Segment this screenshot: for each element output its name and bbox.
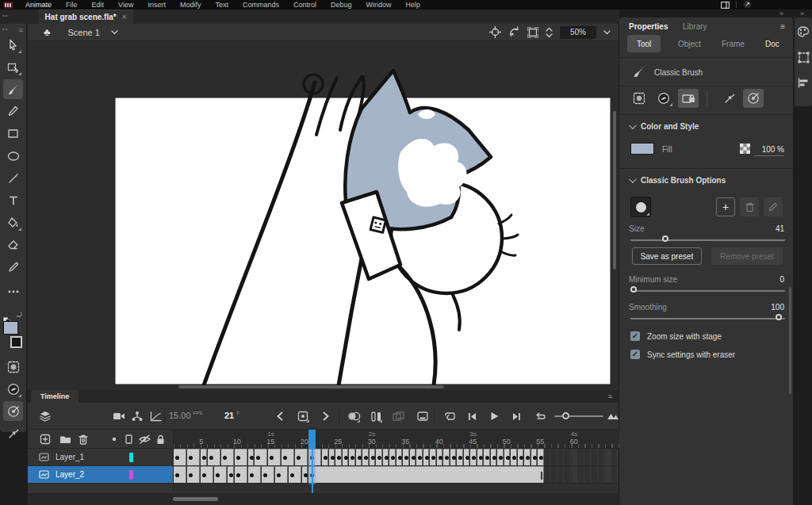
minimum-size-slider-handle[interactable] — [630, 286, 637, 293]
edit-multiple-frames-icon[interactable] — [390, 408, 406, 424]
transform-panel-icon[interactable] — [795, 49, 811, 65]
hide-layers-toggle[interactable] — [137, 432, 151, 446]
keyframe-span[interactable] — [430, 449, 436, 465]
keyframe-span[interactable] — [255, 449, 267, 465]
empty-frame-cell[interactable] — [612, 449, 619, 465]
delete-layer-button[interactable] — [76, 432, 90, 446]
minimum-size-value[interactable]: 0 — [779, 275, 784, 284]
toolbar-menu-icon[interactable]: ≡ — [19, 26, 23, 34]
keyframe-span[interactable] — [443, 449, 450, 465]
subtab-tool[interactable]: Tool — [627, 35, 661, 52]
keyframe-span[interactable] — [343, 449, 349, 465]
empty-frame-cell[interactable] — [578, 449, 584, 465]
stage-horizontal-scrollbar[interactable] — [178, 385, 444, 388]
rotate-view-icon[interactable] — [508, 26, 520, 38]
object-drawing-mode-button[interactable] — [629, 89, 649, 108]
menu-modify[interactable]: Modify — [173, 1, 209, 9]
keyframe-span[interactable] — [376, 449, 382, 465]
step-forward-icon[interactable] — [508, 408, 524, 424]
menu-control[interactable]: Control — [286, 1, 324, 9]
zoom-dropdown-chevron-icon[interactable] — [603, 30, 611, 35]
empty-frame-cell[interactable] — [578, 466, 584, 483]
stage-canvas[interactable] — [28, 41, 619, 390]
keyframe-span[interactable] — [504, 449, 511, 465]
timeline-zoom-handle[interactable] — [562, 412, 569, 419]
brush-mode-button[interactable] — [653, 89, 674, 108]
default-colors-icon[interactable] — [3, 312, 10, 319]
empty-frame-cell[interactable] — [558, 449, 565, 465]
zoom-stepper-icon[interactable] — [546, 27, 553, 38]
menu-edit[interactable]: Edit — [85, 1, 112, 9]
reset-timeline-zoom-icon[interactable] — [532, 408, 548, 424]
frame-ruler[interactable]: 1s2s3s4s51015202530354045505560 — [174, 430, 619, 449]
keyframe-span[interactable] — [396, 449, 403, 465]
playhead-marker[interactable] — [308, 430, 316, 449]
pencil-tool[interactable] — [3, 101, 23, 121]
swap-colors-icon[interactable]: ⤾ — [17, 312, 22, 319]
edit-brush-button[interactable] — [764, 197, 783, 216]
keyframe-span[interactable] — [214, 466, 227, 483]
size-slider[interactable] — [630, 239, 785, 241]
empty-frame-cell[interactable] — [545, 449, 551, 465]
keyframe-span[interactable] — [221, 449, 234, 465]
zoom-level-input[interactable]: 50% — [560, 26, 596, 39]
line-tool[interactable] — [3, 168, 23, 188]
menu-commands[interactable]: Commands — [236, 1, 286, 9]
smoothing-slider[interactable] — [630, 318, 785, 319]
fill-color-swatch[interactable] — [630, 143, 654, 155]
stage-vertical-scrollbar[interactable] — [613, 111, 616, 270]
scene-chevron-down-icon[interactable] — [111, 30, 118, 35]
keyframe-span[interactable] — [322, 449, 328, 465]
timeline-zoom-slider[interactable] — [554, 415, 603, 417]
keyframe-span[interactable] — [484, 449, 490, 465]
use-pressure-button[interactable] — [719, 89, 740, 108]
keyframe-span[interactable] — [531, 449, 538, 465]
keyframe-span[interactable] — [201, 466, 213, 483]
keyframe-span[interactable] — [349, 449, 355, 465]
new-layer-button[interactable] — [38, 432, 52, 446]
layers-panel-icon[interactable] — [37, 408, 53, 424]
keyframe-span[interactable] — [174, 449, 186, 465]
empty-frame-cell[interactable] — [565, 466, 571, 483]
empty-frame-cell[interactable] — [572, 466, 578, 483]
keyframe-span[interactable] — [470, 449, 477, 465]
empty-frame-cell[interactable] — [545, 466, 551, 483]
smoothing-value[interactable]: 100 — [771, 303, 784, 312]
keyframe-span[interactable] — [282, 449, 294, 465]
next-keyframe-icon[interactable] — [318, 408, 334, 424]
keyframe-span[interactable] — [389, 449, 396, 465]
step-back-icon[interactable] — [464, 408, 480, 424]
brush-tool[interactable] — [3, 79, 23, 99]
empty-frame-cell[interactable] — [585, 466, 592, 483]
keyframe-span[interactable] — [497, 449, 504, 465]
object-drawing-mode-button[interactable] — [3, 357, 23, 377]
menu-help[interactable]: Help — [399, 1, 428, 9]
swatches-panel-icon[interactable] — [795, 24, 811, 40]
keyframe-span[interactable] — [416, 449, 423, 465]
keyframe-span[interactable] — [174, 466, 186, 483]
brush-mode-button[interactable] — [3, 379, 23, 399]
keyframe-span[interactable] — [524, 449, 530, 465]
lock-layers-toggle[interactable] — [153, 432, 167, 446]
center-stage-icon[interactable] — [489, 26, 501, 38]
clip-content-icon[interactable] — [527, 27, 538, 38]
close-document-icon[interactable]: × — [122, 13, 127, 21]
keyframe-span[interactable] — [268, 449, 281, 465]
keyframe-span[interactable] — [335, 449, 342, 465]
collapse-dock-icon[interactable]: » — [800, 10, 804, 17]
keyframe-span[interactable] — [356, 449, 362, 465]
collapse-panels-icon[interactable]: » — [779, 10, 783, 17]
onion-skin-icon[interactable] — [346, 408, 362, 424]
keyframe-span[interactable] — [464, 449, 470, 465]
size-slider-handle[interactable] — [662, 235, 668, 242]
keyframe-span[interactable] — [362, 449, 369, 465]
stage-pasteboard[interactable] — [28, 41, 619, 390]
keyframe-span[interactable] — [248, 466, 261, 483]
empty-frame-cell[interactable] — [558, 466, 565, 483]
keyframe-span[interactable] — [403, 449, 409, 465]
keyframe-span[interactable] — [450, 449, 457, 465]
document-tab[interactable]: Hat grab scene.fla* × — [39, 10, 133, 24]
empty-frame-cell[interactable] — [585, 449, 592, 465]
keyframe-span[interactable] — [187, 466, 200, 483]
menu-view[interactable]: View — [111, 1, 140, 9]
